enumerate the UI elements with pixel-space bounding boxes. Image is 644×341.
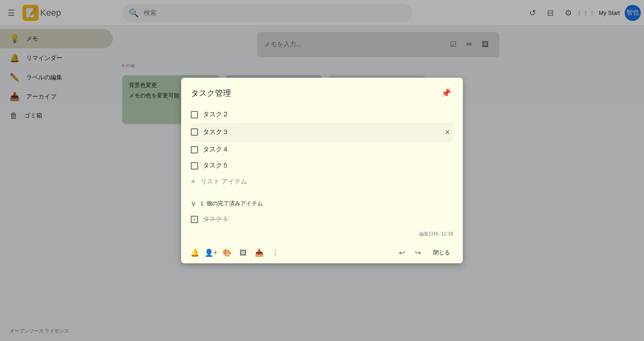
list-item: タスク１ — [191, 211, 453, 227]
undo-icon: ↩ — [399, 248, 405, 257]
list-item: タスク４ ✕ — [191, 142, 453, 158]
footer-undo-redo: ↩ ↪ — [394, 246, 425, 260]
add-person-icon: 👤+ — [204, 248, 218, 257]
task4-label: タスク４ — [203, 145, 453, 154]
undo-button[interactable]: ↩ — [394, 246, 409, 260]
task2-label: タスク２ — [203, 110, 453, 119]
pin-button[interactable]: 📌 — [439, 86, 453, 100]
task-list: タスク２ ✕ タスク３ ✕ タスク４ ✕ — [191, 107, 453, 190]
archive-button[interactable]: 📥 — [252, 246, 266, 260]
redo-button[interactable]: ↪ — [411, 246, 425, 260]
more-icon: ⋮ — [272, 248, 279, 257]
task3-label: タスク３ — [203, 128, 436, 136]
task5-checkbox[interactable] — [191, 162, 198, 169]
remind-button[interactable]: 🔔 — [188, 246, 202, 260]
add-list-item[interactable]: + リスト アイテム — [191, 174, 453, 190]
plus-icon: + — [191, 177, 196, 186]
completed-section: ∨ １ 個の完了済みアイテム タスク１ — [191, 196, 453, 227]
palette-icon: 🎨 — [223, 248, 231, 257]
close-button[interactable]: 閉じる — [427, 246, 456, 260]
task3-delete-button[interactable]: ✕ — [441, 126, 453, 138]
modal-overlay[interactable]: タスク管理 📌 タスク２ ✕ タスク３ ✕ — [0, 0, 644, 341]
task1-checkbox[interactable] — [191, 216, 198, 223]
chevron-down-icon: ∨ — [191, 199, 196, 208]
task1-label: タスク１ — [203, 215, 453, 223]
palette-button[interactable]: 🎨 — [220, 246, 234, 260]
task2-checkbox[interactable] — [191, 111, 198, 118]
bell-icon: 🔔 — [190, 248, 199, 257]
add-list-item-label: リスト アイテム — [200, 178, 247, 186]
note-modal-footer: 🔔 👤+ 🎨 🖼 📥 ⋮ ↩ ↪ — [181, 242, 463, 263]
list-item: タスク３ ✕ — [191, 123, 453, 142]
more-button[interactable]: ⋮ — [268, 246, 283, 260]
pin-icon: 📌 — [441, 88, 451, 98]
collaborate-button[interactable]: 👤+ — [204, 246, 218, 260]
completed-toggle[interactable]: ∨ １ 個の完了済みアイテム — [191, 196, 453, 211]
completed-section-label: １ 個の完了済みアイテム — [199, 200, 263, 207]
redo-icon: ↪ — [415, 248, 421, 257]
image-icon: 🖼 — [239, 249, 247, 257]
list-item: タスク２ ✕ — [191, 107, 453, 123]
list-item: タスク５ ✕ — [191, 158, 453, 174]
task4-checkbox[interactable] — [191, 146, 198, 153]
note-modal: タスク管理 📌 タスク２ ✕ タスク３ ✕ — [181, 78, 463, 263]
note-modal-title-row: タスク管理 📌 — [191, 86, 453, 100]
task5-label: タスク５ — [203, 161, 453, 170]
image-button[interactable]: 🖼 — [236, 246, 250, 260]
note-modal-title: タスク管理 — [191, 88, 231, 99]
archive-icon: 📥 — [255, 248, 264, 257]
task3-checkbox[interactable] — [191, 128, 198, 136]
close-icon: ✕ — [445, 128, 450, 136]
edit-time: 編集日時: 12:38 — [191, 227, 453, 239]
note-modal-body: タスク管理 📌 タスク２ ✕ タスク３ ✕ — [181, 78, 463, 242]
